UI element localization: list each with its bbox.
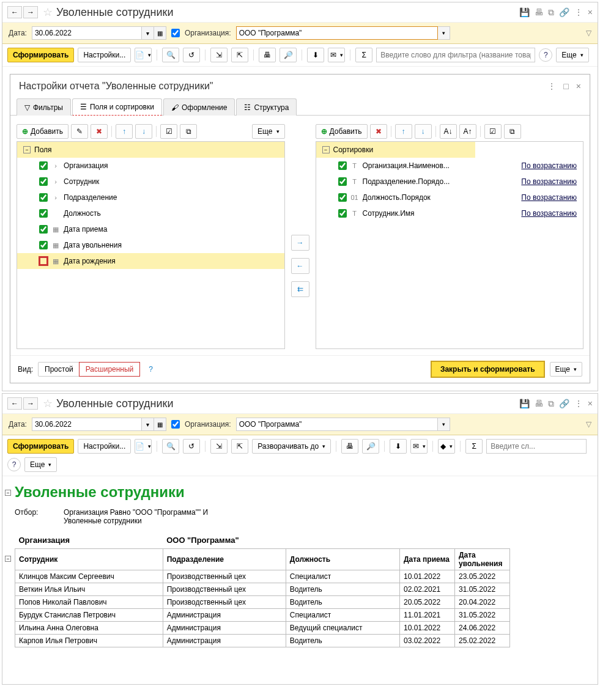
field-checkbox[interactable] <box>39 241 48 249</box>
sort-direction-link[interactable]: По возрастанию <box>521 177 577 186</box>
preview-button[interactable]: 🔎 <box>362 439 379 454</box>
expand-button[interactable]: ⇲ <box>210 439 228 454</box>
save-icon[interactable]: 💾 <box>519 399 530 408</box>
table-row[interactable]: Веткин Илья ИльичПроизводственный цехВод… <box>15 583 510 596</box>
print-icon[interactable]: 🖶 <box>535 7 543 17</box>
org-enable-checkbox[interactable] <box>171 420 180 429</box>
tab-structure[interactable]: ☷Структура <box>236 98 297 116</box>
more-button[interactable]: Еще▾ <box>556 48 588 62</box>
more-button[interactable]: Еще▾ <box>24 457 57 472</box>
sort-checkall-button[interactable]: ☑ <box>484 124 502 139</box>
filter-funnel-icon[interactable]: ▽ <box>586 420 591 429</box>
table-row[interactable]: Карпов Илья ПетровичАдминистрацияВодител… <box>15 635 510 647</box>
search-button[interactable]: 🔍 <box>162 439 179 454</box>
fields-down-button[interactable]: ↓ <box>135 124 152 139</box>
filter-funnel-icon[interactable]: ▽ <box>586 29 591 37</box>
print-button[interactable]: 🖶 <box>341 439 358 454</box>
filter-text-input[interactable] <box>376 48 535 62</box>
save-icon[interactable]: 💾 <box>519 7 530 17</box>
collapse-button[interactable]: ⇱ <box>231 48 248 62</box>
tab-fields[interactable]: ☰Поля и сортировки <box>72 98 162 116</box>
fields-header-row[interactable]: − Поля <box>17 142 284 158</box>
collapse-icon[interactable]: − <box>322 146 330 153</box>
org-input[interactable] <box>236 26 438 40</box>
dialog-more-icon[interactable]: ⋮ <box>547 81 556 91</box>
help-button[interactable]: ? <box>539 48 552 62</box>
help-button[interactable]: ? <box>7 458 21 471</box>
field-checkbox[interactable] <box>39 177 48 186</box>
sort-add-button[interactable]: ⊕ Добавить <box>316 124 368 139</box>
sort-up-button[interactable]: ↑ <box>395 124 412 139</box>
table-row[interactable]: Попов Николай ПавловичПроизводственный ц… <box>15 596 510 609</box>
sort-asc-button[interactable]: A↓ <box>440 124 457 139</box>
date-input[interactable] <box>32 26 142 40</box>
external-icon[interactable]: ⧉ <box>548 399 554 409</box>
table-row[interactable]: Ильина Анна ОлеговнаАдминистрацияВедущий… <box>15 622 510 635</box>
save-file-button[interactable]: ⬇ <box>307 48 324 62</box>
nav-back-button[interactable]: ← <box>7 6 22 18</box>
date-input[interactable] <box>32 418 142 431</box>
field-checkbox[interactable] <box>39 257 48 265</box>
table-row[interactable]: Клинцов Максим СергеевичПроизводственный… <box>15 570 510 583</box>
move-left-button[interactable]: ← <box>291 258 309 274</box>
close-icon[interactable]: × <box>588 7 593 17</box>
sort-header-row[interactable]: − Сортировки <box>316 142 475 158</box>
sort-row[interactable]: 01Должность.ПорядокПо возрастанию <box>316 190 583 205</box>
sum-button[interactable]: Σ <box>465 439 483 454</box>
nav-forward-button[interactable]: → <box>23 6 38 18</box>
org-input[interactable] <box>236 418 438 431</box>
expand-to-button[interactable]: Разворачивать до▾ <box>252 439 331 454</box>
email-button[interactable]: ✉▾ <box>328 48 345 62</box>
field-checkbox[interactable] <box>39 209 48 218</box>
fields-checkall-button[interactable]: ☑ <box>160 124 177 139</box>
external-icon[interactable]: ⧉ <box>548 7 554 18</box>
sort-list[interactable]: − Сортировки ТОрганизация.Наименов...По … <box>316 141 584 349</box>
settings-more-button[interactable]: 📄▾ <box>135 439 152 454</box>
expand-button[interactable]: ⇲ <box>210 48 228 62</box>
extra-button[interactable]: ◆▾ <box>438 439 455 454</box>
field-row[interactable]: ▦Дата рождения <box>17 253 284 269</box>
nav-back-button[interactable]: ← <box>7 397 22 410</box>
sort-direction-link[interactable]: По возрастанию <box>521 209 577 218</box>
settings-more-button[interactable]: 📄▾ <box>135 48 152 62</box>
filter-text-input[interactable] <box>486 439 587 454</box>
search-button[interactable]: 🔍 <box>162 48 179 62</box>
table-row[interactable]: Бурдук Станислав ПетровичАдминистрацияСп… <box>15 609 510 622</box>
sum-button[interactable]: Σ <box>355 48 372 62</box>
org-dropdown-button[interactable]: ▾ <box>438 418 450 431</box>
favorite-icon[interactable]: ☆ <box>43 397 53 410</box>
fields-more-button[interactable]: Еще▾ <box>252 124 284 139</box>
fields-delete-button[interactable]: ✖ <box>91 124 108 139</box>
outline-toggle-1[interactable]: − <box>5 490 11 496</box>
collapse-button[interactable]: ⇱ <box>231 439 248 454</box>
link-icon[interactable]: 🔗 <box>559 7 569 17</box>
view-simple-button[interactable]: Простой <box>39 363 80 376</box>
field-row[interactable]: ▦Дата приема <box>17 221 284 237</box>
tab-filters[interactable]: ▽Фильтры <box>17 98 71 116</box>
fields-add-button[interactable]: ⊕ Добавить <box>17 124 69 139</box>
save-file-button[interactable]: ⬇ <box>390 439 407 454</box>
date-calendar-button[interactable]: ▦ <box>154 26 166 40</box>
close-icon[interactable]: × <box>588 399 593 408</box>
search-back-button[interactable]: ↺ <box>183 439 200 454</box>
fields-edit-button[interactable]: ✎ <box>71 124 88 139</box>
field-row[interactable]: ▦Дата увольнения <box>17 237 284 253</box>
sort-down-button[interactable]: ↓ <box>415 124 432 139</box>
fields-list[interactable]: − Поля ›Организация›Сотрудник›Подразделе… <box>17 141 285 349</box>
sort-checkbox[interactable] <box>338 161 347 170</box>
move-right-button[interactable]: → <box>291 235 309 251</box>
fields-copy-button[interactable]: ⧉ <box>180 124 197 139</box>
field-row[interactable]: ›Подразделение <box>17 190 284 205</box>
date-calendar-button[interactable]: ▦ <box>154 418 166 431</box>
search-back-button[interactable]: ↺ <box>183 48 200 62</box>
sort-row[interactable]: ТПодразделение.Порядо...По возрастанию <box>316 174 583 190</box>
settings-button[interactable]: Настройки... <box>78 48 131 62</box>
field-checkbox[interactable] <box>39 225 48 234</box>
preview-button[interactable]: 🔎 <box>280 48 297 62</box>
sort-row[interactable]: ТОрганизация.Наименов...По возрастанию <box>316 158 583 174</box>
favorite-icon[interactable]: ☆ <box>43 6 53 19</box>
help-link[interactable]: ? <box>149 365 153 374</box>
print-button[interactable]: 🖶 <box>259 48 276 62</box>
date-spin-button[interactable]: ▾ <box>142 418 154 431</box>
close-and-form-button[interactable]: Закрыть и сформировать <box>431 361 545 378</box>
